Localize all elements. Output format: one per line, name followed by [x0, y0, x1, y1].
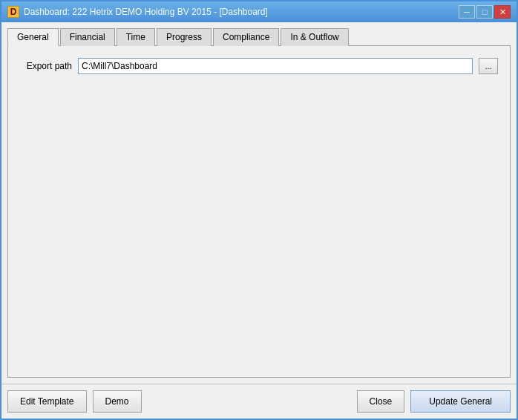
- minimize-button[interactable]: ─: [459, 5, 475, 19]
- tab-general[interactable]: General: [7, 28, 59, 46]
- update-general-button[interactable]: Update General: [410, 390, 511, 413]
- tab-in-outflow[interactable]: In & Outflow: [281, 28, 348, 46]
- title-bar-left: D Dashboard: 222 Hetrix DEMO Holding BV …: [7, 6, 268, 18]
- demo-button[interactable]: Demo: [93, 390, 142, 413]
- close-button[interactable]: Close: [357, 390, 405, 413]
- tab-bar: General Financial Time Progress Complian…: [7, 28, 511, 46]
- tab-content-general: Export path ...: [7, 46, 511, 378]
- window-body: General Financial Time Progress Complian…: [1, 22, 517, 384]
- footer: Edit Template Demo Close Update General: [1, 384, 517, 419]
- export-path-row: Export path ...: [20, 58, 498, 74]
- edit-template-button[interactable]: Edit Template: [7, 390, 87, 413]
- maximize-button[interactable]: □: [476, 5, 493, 19]
- tab-time[interactable]: Time: [117, 28, 155, 46]
- close-window-button[interactable]: ✕: [494, 5, 511, 19]
- tab-compliance[interactable]: Compliance: [213, 28, 279, 46]
- tab-progress[interactable]: Progress: [157, 28, 212, 46]
- title-controls: ─ □ ✕: [459, 5, 511, 19]
- title-bar: D Dashboard: 222 Hetrix DEMO Holding BV …: [1, 1, 517, 22]
- app-icon: D: [7, 6, 19, 18]
- export-path-label: Export path: [20, 61, 72, 71]
- tab-financial[interactable]: Financial: [60, 28, 115, 46]
- window-title: Dashboard: 222 Hetrix DEMO Holding BV 20…: [24, 7, 268, 17]
- export-path-input[interactable]: [78, 58, 473, 74]
- browse-button[interactable]: ...: [479, 58, 498, 74]
- main-window: D Dashboard: 222 Hetrix DEMO Holding BV …: [0, 0, 518, 420]
